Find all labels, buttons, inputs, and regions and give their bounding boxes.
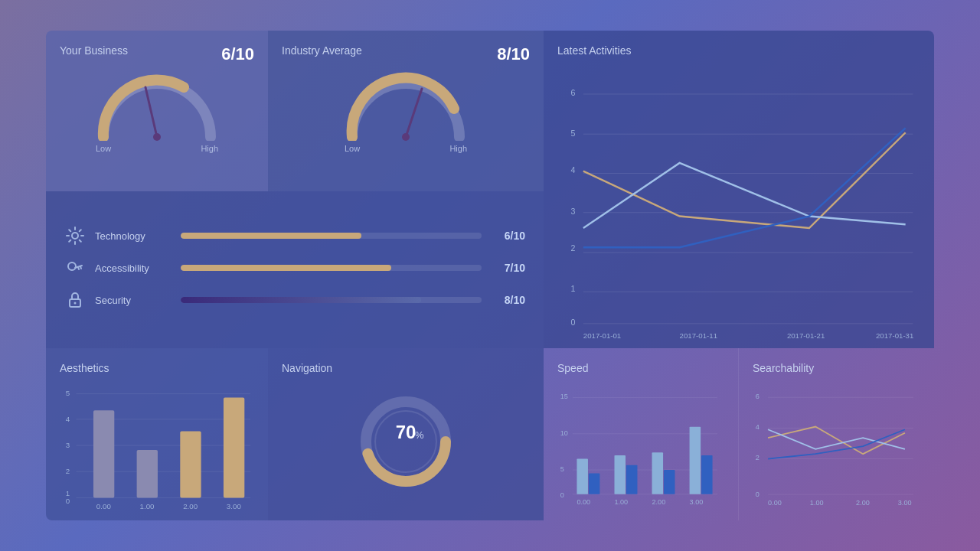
gauge-low-business: Low [96,144,111,153]
svg-text:0: 0 [570,318,575,327]
donut-svg: 70 % [352,388,459,495]
latest-activities-chart: 6 5 4 3 2 1 0 2017-01-01 2017-01-11 2017… [557,69,920,344]
gauge-svg-industry [341,64,471,141]
speed-searchability-container: Speed 15 10 5 0 [544,348,934,520]
searchability-title: Searchability [753,362,920,374]
svg-text:3.00: 3.00 [898,499,912,507]
svg-rect-53 [577,458,588,494]
latest-activities-panel: Latest Activities 6 5 4 3 2 1 0 2017-01-… [544,31,934,348]
svg-text:4: 4 [756,423,760,431]
svg-point-1 [153,133,161,141]
latest-activities-title: Latest Activities [557,44,920,57]
svg-text:3.00: 3.00 [690,498,704,506]
svg-text:6: 6 [756,393,760,400]
svg-text:2017-01-21: 2017-01-21 [787,331,825,340]
security-score: 8/10 [491,294,525,306]
gear-icon [64,225,86,246]
security-label: Security [95,295,172,306]
svg-text:2: 2 [66,467,70,475]
gauge-high-business: High [201,144,218,153]
searchability-panel: Searchability 6 4 2 0 0.00 1.00 2.00 3.0… [739,348,934,520]
svg-rect-60 [701,455,713,494]
key-icon [64,257,86,279]
gauge-labels-industry: Low High [345,144,467,153]
accessibility-score: 7/10 [491,262,525,274]
svg-text:0: 0 [756,491,760,498]
speed-panel: Speed 15 10 5 0 [544,348,739,520]
svg-line-0 [145,87,157,137]
dashboard: Your Business 6/10 Low High Industry Ave… [46,31,934,520]
aesthetics-bar-3 [224,398,244,498]
svg-text:4: 4 [66,415,70,423]
svg-text:0: 0 [66,497,70,505]
security-bar [181,297,482,303]
svg-rect-55 [614,455,626,494]
svg-line-2 [406,89,422,137]
svg-rect-56 [626,465,638,494]
industry-avg-panel: Industry Average 8/10 Low High [268,31,544,191]
svg-text:5: 5 [66,389,70,397]
aesthetics-bar-1 [137,450,158,498]
accessibility-bar [181,265,482,271]
donut-value: 70 [396,422,416,442]
svg-text:1.00: 1.00 [140,502,155,510]
metric-row-accessibility: Accessibility 7/10 [64,257,525,279]
svg-point-25 [74,302,77,305]
navigation-title: Navigation [282,362,530,374]
your-business-gauge: Low High [60,64,254,153]
aesthetics-chart: 5 4 3 2 1 0 0.00 1.00 2.00 3.00 [60,380,254,514]
technology-label: Technology [95,230,172,242]
svg-text:1.00: 1.00 [810,499,824,507]
svg-text:10: 10 [560,429,568,437]
svg-text:0: 0 [560,491,564,499]
industry-avg-title: Industry Average [282,44,530,57]
svg-text:4: 4 [570,165,575,174]
industry-avg-gauge: Low High [282,64,530,153]
technology-bar-fill [181,233,361,239]
svg-rect-59 [690,427,701,494]
technology-bar [181,233,482,239]
searchability-chart: 6 4 2 0 0.00 1.00 2.00 3.00 [753,380,920,514]
your-business-panel: Your Business 6/10 Low High [46,31,268,191]
svg-text:5: 5 [570,129,575,138]
navigation-panel: Navigation 70 % [268,348,544,520]
svg-text:2.00: 2.00 [856,499,870,507]
speed-title: Speed [557,362,724,374]
aesthetics-bar-0 [93,410,114,497]
svg-text:%: % [415,429,424,441]
svg-point-23 [68,262,76,270]
metric-row-security: Security 8/10 [64,289,525,311]
svg-rect-54 [589,474,600,494]
svg-text:3: 3 [66,441,70,449]
metrics-content: Technology 6/10 Accessibility [64,225,525,311]
svg-text:2017-01-01: 2017-01-01 [583,331,621,340]
technology-score: 6/10 [491,230,525,242]
aesthetics-title: Aesthetics [60,362,254,374]
aesthetics-panel: Aesthetics 5 4 3 2 1 0 0.00 [46,348,268,520]
svg-text:2017-01-31: 2017-01-31 [876,331,913,340]
svg-text:2.00: 2.00 [652,498,666,506]
svg-text:0.00: 0.00 [768,499,782,507]
svg-text:2.00: 2.00 [183,502,198,510]
svg-point-22 [72,233,78,239]
svg-rect-57 [652,452,664,494]
svg-text:3: 3 [570,207,575,216]
gauge-low-industry: Low [345,144,360,153]
svg-text:2017-01-11: 2017-01-11 [680,331,717,340]
svg-text:0.00: 0.00 [577,498,590,506]
svg-text:1: 1 [570,284,575,293]
gauge-high-industry: High [449,144,467,153]
svg-text:6: 6 [570,88,575,97]
gauge-svg-business [92,64,222,141]
speed-chart: 15 10 5 0 [557,380,724,514]
metric-row-technology: Technology 6/10 [64,225,525,246]
svg-text:2: 2 [570,243,575,253]
svg-point-3 [402,133,410,141]
svg-text:3.00: 3.00 [227,502,242,510]
svg-text:1.00: 1.00 [614,498,628,506]
svg-rect-58 [664,470,675,494]
your-business-score: 6/10 [221,44,254,64]
svg-text:15: 15 [560,393,568,400]
accessibility-label: Accessibility [95,262,172,274]
accessibility-bar-fill [181,265,391,271]
